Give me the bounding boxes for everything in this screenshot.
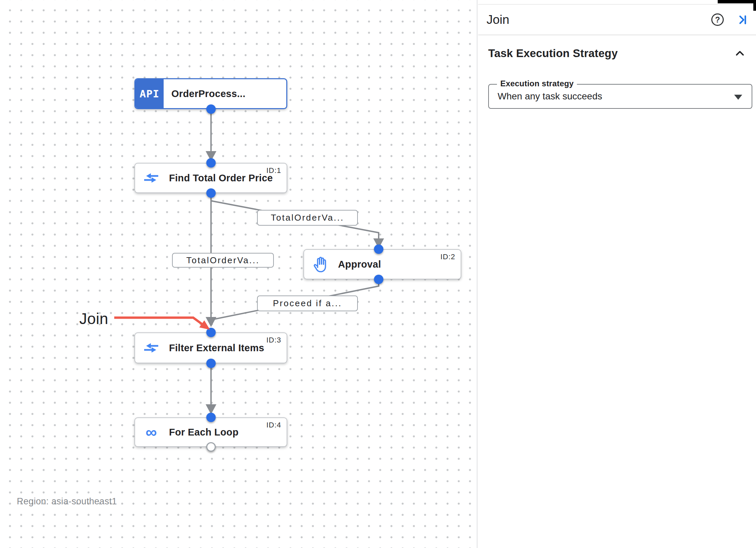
- window-edge-artifact-side: [753, 0, 756, 11]
- execution-strategy-label: Execution strategy: [497, 79, 577, 88]
- workflow-canvas[interactable]: API OrderProcess... Find Total Order Pri…: [0, 0, 477, 548]
- panel-title: Join: [487, 13, 509, 27]
- window-edge-artifact: [718, 0, 756, 3]
- panel-header: Join ?: [478, 5, 756, 35]
- execution-strategy-value: When any task succeeds: [498, 91, 602, 102]
- dropdown-caret-icon[interactable]: [734, 95, 742, 100]
- execution-strategy-select[interactable]: Execution strategy When any task succeed…: [488, 84, 752, 109]
- section-task-execution-strategy[interactable]: Task Execution Strategy: [488, 47, 746, 60]
- help-icon[interactable]: ?: [711, 13, 724, 26]
- join-annotation-arrow: [0, 0, 477, 548]
- collapse-panel-icon[interactable]: [736, 13, 749, 26]
- chevron-up-icon[interactable]: [734, 47, 746, 59]
- config-panel: Join ? Task Execution Strategy Exec: [478, 0, 756, 548]
- app-root: API OrderProcess... Find Total Order Pri…: [0, 0, 756, 548]
- section-title: Task Execution Strategy: [488, 47, 618, 60]
